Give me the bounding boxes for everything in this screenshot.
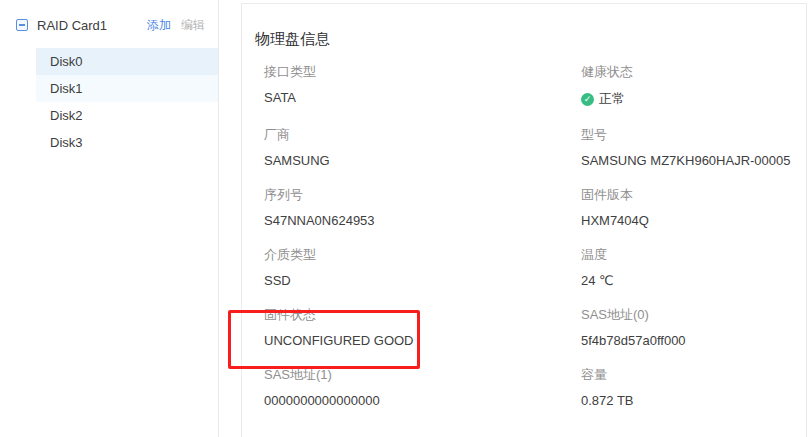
field-vendor: 厂商 SAMSUNG — [264, 126, 581, 168]
field-serial-number: 序列号 S47NNA0N624953 — [264, 186, 581, 228]
field-value: 0000000000000000 — [264, 393, 581, 408]
field-value: 5f4b78d57a0ff000 — [581, 333, 806, 348]
disk-list: Disk0 Disk1 Disk2 Disk3 — [0, 48, 218, 156]
field-label: 接口类型 — [264, 63, 581, 81]
add-link[interactable]: 添加 — [147, 17, 171, 34]
field-label: 固件版本 — [581, 186, 806, 204]
raid-card-node[interactable]: RAID Card1 添加 编辑 — [0, 14, 218, 36]
field-label: 介质类型 — [264, 246, 581, 264]
field-label: SAS地址(1) — [264, 366, 581, 384]
field-value: SATA — [264, 90, 581, 105]
field-value: UNCONFIGURED GOOD — [264, 333, 581, 348]
field-value: ✓ 正常 — [581, 90, 806, 108]
field-model: 型号 SAMSUNG MZ7KH960HAJR-00005 — [581, 126, 806, 168]
field-label: 健康状态 — [581, 63, 806, 81]
field-health-status: 健康状态 ✓ 正常 — [581, 63, 806, 108]
field-label: 固件状态 — [264, 306, 581, 324]
page-title: 物理盘信息 — [255, 30, 806, 49]
field-media-type: 介质类型 SSD — [264, 246, 581, 288]
field-label: 容量 — [581, 366, 806, 384]
field-label: 型号 — [581, 126, 806, 144]
field-firmware-version: 固件版本 HXM7404Q — [581, 186, 806, 228]
field-value: SAMSUNG — [264, 153, 581, 168]
field-value: S47NNA0N624953 — [264, 213, 581, 228]
field-value: 0.872 TB — [581, 393, 806, 408]
field-temperature: 温度 24 ℃ — [581, 246, 806, 288]
edit-link[interactable]: 编辑 — [181, 17, 205, 34]
field-label: 厂商 — [264, 126, 581, 144]
health-check-icon: ✓ — [581, 93, 594, 106]
sidebar-item-disk1[interactable]: Disk1 — [36, 75, 218, 102]
sidebar-item-disk2[interactable]: Disk2 — [36, 102, 218, 129]
field-sas-address-1: SAS地址(1) 0000000000000000 — [264, 366, 581, 408]
fields-grid: 接口类型 SATA 健康状态 ✓ 正常 厂商 SAMSUNG 型号 SAMSUN… — [255, 63, 806, 426]
field-label: 温度 — [581, 246, 806, 264]
field-label: 序列号 — [264, 186, 581, 204]
field-sas-address-0: SAS地址(0) 5f4b78d57a0ff000 — [581, 306, 806, 348]
raid-card-label: RAID Card1 — [37, 18, 147, 33]
field-capacity: 容量 0.872 TB — [581, 366, 806, 408]
disk-tree-sidebar: RAID Card1 添加 编辑 Disk0 Disk1 Disk2 Disk3 — [0, 0, 219, 437]
field-value: 24 ℃ — [581, 273, 806, 288]
field-interface-type: 接口类型 SATA — [264, 63, 581, 108]
field-firmware-state: 固件状态 UNCONFIGURED GOOD — [264, 306, 581, 348]
status-badge: 正常 — [599, 90, 625, 108]
physical-disk-info-panel: 物理盘信息 接口类型 SATA 健康状态 ✓ 正常 厂商 SAMSUNG 型号 … — [241, 3, 807, 437]
field-value: HXM7404Q — [581, 213, 806, 228]
field-value: SAMSUNG MZ7KH960HAJR-00005 — [581, 153, 806, 168]
field-label: SAS地址(0) — [581, 306, 806, 324]
collapse-icon[interactable] — [16, 19, 28, 31]
sidebar-item-disk0[interactable]: Disk0 — [36, 48, 218, 75]
sidebar-item-disk3[interactable]: Disk3 — [36, 129, 218, 156]
field-value: SSD — [264, 273, 581, 288]
